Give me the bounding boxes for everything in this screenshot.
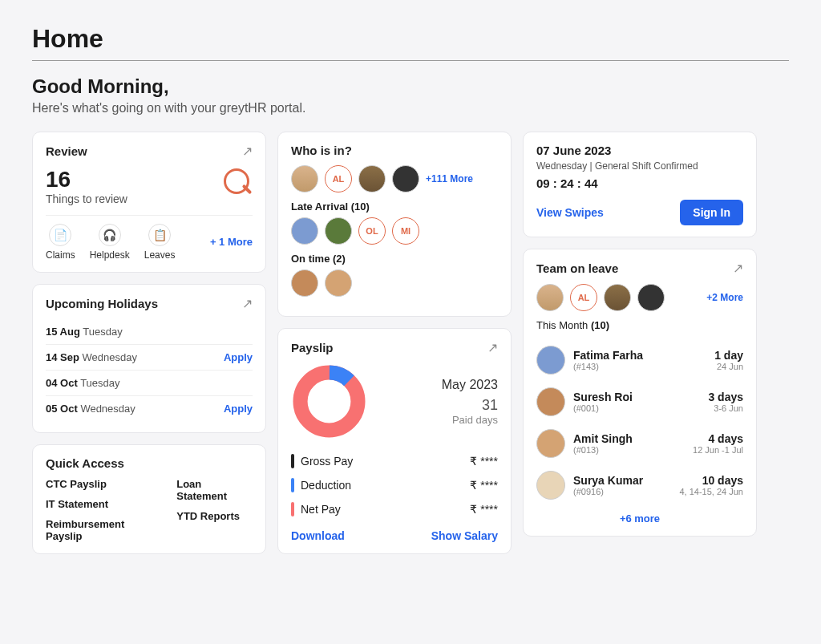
month-label: This Month [536,319,588,331]
avatar[interactable] [358,165,386,192]
deduction-label: Deduction [301,479,351,492]
avatar[interactable] [325,269,352,297]
month-count: (10) [591,319,609,331]
whoisin-card: Who is in? AL +111 More Late Arrival (10… [277,132,512,317]
leave-row: Surya Kumar (#0916) 10 days 4, 14-15, 24… [536,464,743,506]
holiday-row: 04 Oct Tuesday [46,371,253,396]
qa-link-ytd[interactable]: YTD Reports [176,510,253,522]
avatar[interactable] [291,269,318,297]
leave-row: Suresh Roi (#001) 3 days 3-6 Jun [536,381,743,423]
late-arrival-label: Late Arrival (10) [291,200,498,213]
shift-card: 07 June 2023 Wednesday | General Shift C… [523,132,757,237]
team-leave-title: Team on leave [536,261,618,275]
qa-link-reimb[interactable]: Reimbursement Payslip [46,518,160,542]
net-label: Net Pay [301,503,341,516]
leaves-label: Leaves [144,249,176,261]
shift-clock: 09 : 24 : 44 [536,176,743,190]
review-card: Review ↗ 16 Things to review 📄 Claims [32,132,266,273]
column-left: Review ↗ 16 Things to review 📄 Claims [32,132,266,554]
review-item-helpdesk[interactable]: 🎧 Helpdesk [90,224,130,261]
avatar-initials[interactable]: MI [392,217,419,245]
qa-link-loan[interactable]: Loan Statement [176,478,253,502]
whoisin-title: Who is in? [291,144,498,157]
download-link[interactable]: Download [291,529,345,542]
magnifier-icon [220,167,253,199]
holiday-date: 14 Sep [46,351,79,363]
avatar[interactable] [536,471,565,500]
holiday-apply[interactable]: Apply [224,403,253,415]
avatar[interactable] [637,284,665,311]
leave-id: (#0916) [573,487,643,496]
page: Home Good Morning, Here's what's going o… [32,24,789,554]
avatar[interactable] [291,217,318,245]
avatar[interactable] [536,387,565,416]
pay-line-gross: Gross Pay ₹ **** [291,449,498,473]
leaves-icon: 📋 [148,224,171,246]
leave-name: Surya Kumar [573,474,643,487]
leave-days: 3 days [708,391,743,403]
team-leave-month: This Month (10) [536,319,743,331]
holiday-row: 15 Aug Tuesday [46,319,253,345]
qa-link-it[interactable]: IT Statement [46,498,160,510]
team-leave-more-bottom[interactable]: +6 more [536,512,743,525]
view-swipes-link[interactable]: View Swipes [536,206,604,219]
avatar[interactable] [325,217,352,245]
leave-id: (#143) [573,362,643,371]
holiday-apply[interactable]: Apply [224,351,253,363]
leave-id: (#001) [573,403,633,413]
leave-dates: 4, 14-15, 24 Jun [679,487,743,496]
payslip-arrow-icon[interactable]: ↗ [487,340,498,355]
leave-name: Suresh Roi [573,391,633,403]
leave-days: 4 days [693,432,743,445]
avatar[interactable] [392,165,419,192]
holidays-arrow-icon[interactable]: ↗ [242,296,253,311]
dashboard-columns: Review ↗ 16 Things to review 📄 Claims [32,132,789,554]
avatar[interactable] [536,284,564,311]
gross-label: Gross Pay [301,455,353,468]
team-leave-more[interactable]: +2 More [706,292,743,303]
leave-dates: 3-6 Jun [708,403,743,413]
gross-value: ₹ **** [470,455,498,468]
avatar[interactable] [291,165,318,192]
whoisin-more[interactable]: +111 More [426,173,473,184]
holiday-date: 05 Oct [46,403,78,415]
review-count: 16 [46,167,127,192]
team-leave-arrow-icon[interactable]: ↗ [733,261,743,276]
claims-icon: 📄 [49,224,71,246]
svg-point-0 [301,373,358,431]
review-sub: Things to review [46,192,127,205]
avatar[interactable] [536,346,565,375]
review-item-claims[interactable]: 📄 Claims [46,224,75,261]
team-leave-card: Team on leave ↗ AL +2 More This Month (1… [523,249,757,537]
pay-line-deduction: Deduction ₹ **** [291,473,498,497]
holiday-row: 05 Oct Wednesday Apply [46,396,253,421]
leave-id: (#013) [573,445,633,455]
leave-dates: 24 Jun [714,362,743,371]
avatar-initials[interactable]: AL [325,165,352,192]
review-arrow-icon[interactable]: ↗ [242,144,253,159]
review-more-link[interactable]: + 1 More [210,236,253,249]
shift-date: 07 June 2023 [536,144,743,157]
sign-in-button[interactable]: Sign In [680,200,743,225]
holiday-date: 04 Oct [46,377,78,389]
subtitle: Here's what's going on with your greytHR… [32,101,789,115]
holiday-day: Tuesday [83,326,122,338]
holidays-card: Upcoming Holidays ↗ 15 Aug Tuesday 14 Se… [32,284,266,433]
divider [32,60,789,61]
payslip-days-label: Paid days [442,414,498,426]
review-item-leaves[interactable]: 📋 Leaves [144,224,176,261]
leave-name: Fatima Farha [573,349,643,362]
avatar-initials[interactable]: OL [358,217,386,245]
show-salary-link[interactable]: Show Salary [431,529,498,542]
qa-link-ctc[interactable]: CTC Payslip [46,478,160,490]
holidays-title: Upcoming Holidays [46,297,158,310]
leave-row: Fatima Farha (#143) 1 day 24 Jun [536,339,743,381]
avatar-initials[interactable]: AL [570,284,597,311]
leave-days: 1 day [714,349,743,362]
holiday-day: Wednesday [80,403,135,415]
holiday-date: 15 Aug [46,326,80,338]
avatar[interactable] [604,284,631,311]
greeting: Good Morning, [32,75,789,98]
holiday-row: 14 Sep Wednesday Apply [46,345,253,371]
avatar[interactable] [536,429,565,458]
